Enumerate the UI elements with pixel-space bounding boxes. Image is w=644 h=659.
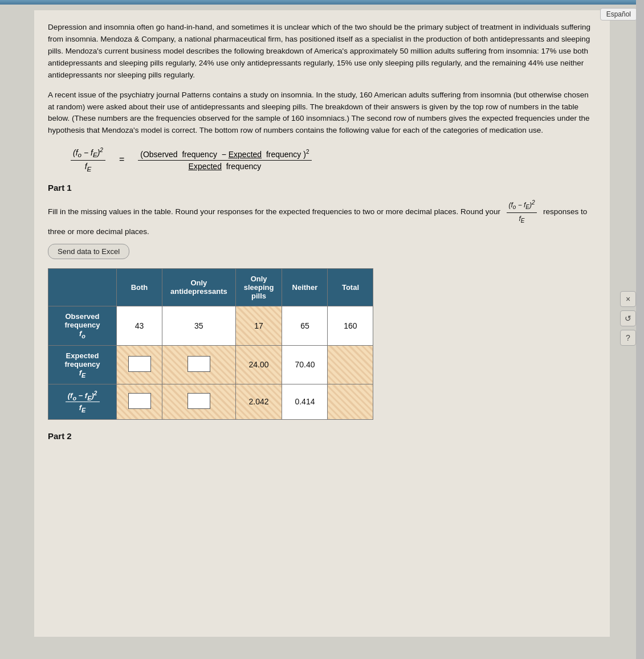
part1-instruction: Fill in the missing values in the table.… bbox=[48, 198, 596, 238]
cell-observed-total: 160 bbox=[328, 306, 373, 345]
send-data-button[interactable]: Send data to Excel bbox=[48, 244, 129, 259]
data-table-wrapper: Both Onlyantidepressants Onlysleepingpil… bbox=[48, 268, 596, 420]
input-box-chi-antidepressants[interactable] bbox=[188, 393, 210, 409]
cell-observed-antidepressants: 35 bbox=[162, 306, 236, 345]
cell-chi-both[interactable] bbox=[117, 384, 162, 420]
page-container: Español Depression and insomnia often go… bbox=[0, 0, 644, 659]
formula-equals: = bbox=[119, 154, 124, 165]
formula-rhs-numerator: (Observed frequency − Expected frequency… bbox=[138, 149, 311, 161]
table-row: ExpectedfrequencyfE 24.00 70.40 bbox=[48, 345, 373, 384]
formula-lhs-numerator: (fo − fE)2 bbox=[71, 147, 105, 160]
formula-rhs-denominator: Expected frequency bbox=[186, 161, 264, 171]
input-box-expected-antidepressants[interactable] bbox=[188, 356, 210, 372]
cell-expected-total bbox=[328, 345, 373, 384]
intro-paragraph-1: Depression and insomnia often go hand-in… bbox=[48, 22, 596, 81]
undo-icon[interactable]: ↺ bbox=[620, 310, 636, 326]
part1-heading: Part 1 bbox=[48, 183, 596, 193]
data-table: Both Onlyantidepressants Onlysleepingpil… bbox=[48, 268, 373, 420]
action-icons: × ↺ ? bbox=[620, 291, 636, 346]
col-header-empty bbox=[48, 268, 117, 306]
close-icon[interactable]: × bbox=[620, 291, 636, 307]
inline-formula: (fo − fE)2 fE bbox=[507, 198, 536, 226]
cell-observed-sleeping: 17 bbox=[235, 306, 282, 345]
cell-chi-total bbox=[328, 384, 373, 420]
cell-observed-both: 43 bbox=[117, 306, 162, 345]
cell-expected-both[interactable] bbox=[117, 345, 162, 384]
inline-formula-den: fE bbox=[517, 213, 526, 226]
table-row: (fo − fE)2 fE 2.042 0.414 bbox=[48, 384, 373, 420]
content-area: Depression and insomnia often go hand-in… bbox=[34, 10, 610, 637]
col-header-only-sleeping: Onlysleepingpills bbox=[235, 268, 282, 306]
top-bar bbox=[0, 0, 644, 5]
table-row: Observedfrequencyfo 43 35 17 65 160 bbox=[48, 306, 373, 345]
part2-heading: Part 2 bbox=[48, 431, 596, 441]
row-label-expected: ExpectedfrequencyfE bbox=[48, 345, 117, 384]
row-label-observed: Observedfrequencyfo bbox=[48, 306, 117, 345]
col-header-neither: Neither bbox=[282, 268, 328, 306]
cell-chi-neither: 0.414 bbox=[282, 384, 328, 420]
formula-section: (fo − fE)2 fE = (Observed frequency − Ex… bbox=[71, 147, 596, 172]
formula-rhs: (Observed frequency − Expected frequency… bbox=[138, 149, 311, 171]
cell-chi-sleeping: 2.042 bbox=[235, 384, 282, 420]
scrollbar[interactable] bbox=[636, 0, 644, 659]
cell-expected-antidepressants[interactable] bbox=[162, 345, 236, 384]
cell-chi-antidepressants[interactable] bbox=[162, 384, 236, 420]
espanol-button[interactable]: Español bbox=[600, 8, 637, 21]
cell-expected-neither: 70.40 bbox=[282, 345, 328, 384]
row-label-chi: (fo − fE)2 fE bbox=[48, 384, 117, 420]
inline-formula-num: (fo − fE)2 bbox=[507, 198, 536, 213]
cell-expected-sleeping: 24.00 bbox=[235, 345, 282, 384]
intro-paragraph-2: A recent issue of the psychiatry journal… bbox=[48, 89, 596, 137]
col-header-total: Total bbox=[328, 268, 373, 306]
col-header-both: Both bbox=[117, 268, 162, 306]
table-header-row: Both Onlyantidepressants Onlysleepingpil… bbox=[48, 268, 373, 306]
col-header-only-antidepressants: Onlyantidepressants bbox=[162, 268, 236, 306]
formula-lhs: (fo − fE)2 fE bbox=[71, 147, 105, 172]
formula-lhs-denominator: fE bbox=[83, 161, 94, 173]
help-icon[interactable]: ? bbox=[620, 330, 636, 346]
input-box-chi-both[interactable] bbox=[128, 393, 151, 409]
input-box-expected-both[interactable] bbox=[128, 356, 151, 372]
cell-observed-neither: 65 bbox=[282, 306, 328, 345]
